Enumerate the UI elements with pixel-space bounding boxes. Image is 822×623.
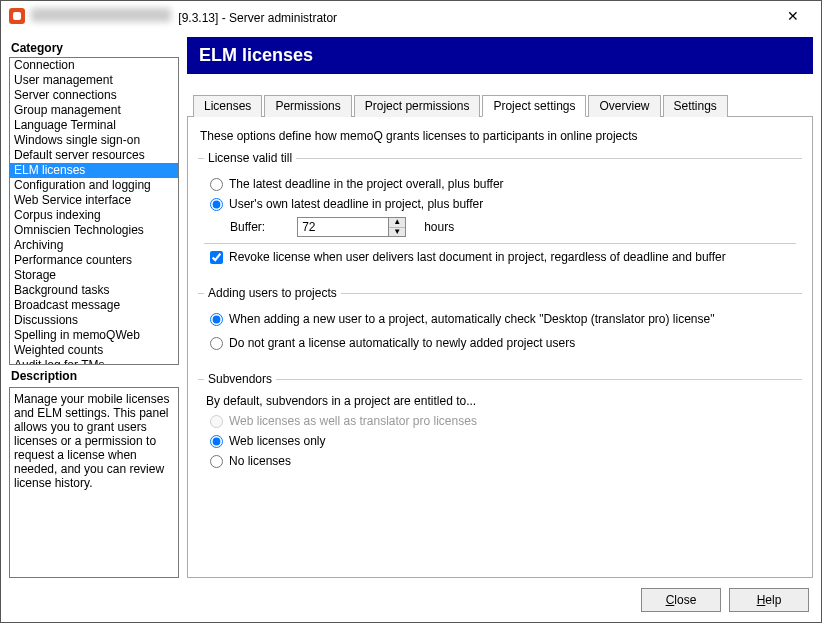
intro-text: These options define how memoQ grants li… — [200, 129, 800, 143]
category-item[interactable]: Web Service interface — [10, 193, 178, 208]
group-subvendors: Subvendors By default, subvendors in a p… — [198, 372, 802, 482]
group-legend: Adding users to projects — [204, 286, 341, 300]
radio-no-auto-license[interactable] — [210, 337, 223, 350]
category-item[interactable]: Group management — [10, 103, 178, 118]
group-legend: Subvendors — [204, 372, 276, 386]
category-item[interactable]: Background tasks — [10, 283, 178, 298]
category-item[interactable]: Broadcast message — [10, 298, 178, 313]
radio-deadline-user[interactable] — [210, 198, 223, 211]
group-legend: License valid till — [204, 151, 296, 165]
category-item[interactable]: ELM licenses — [10, 163, 178, 178]
buffer-unit: hours — [424, 220, 454, 234]
radio-sub-web-and-pro — [210, 415, 223, 428]
spinner-buttons[interactable]: ▲▼ — [388, 218, 405, 236]
radio-auto-check-license[interactable] — [210, 313, 223, 326]
category-item[interactable]: Server connections — [10, 88, 178, 103]
category-heading: Category — [9, 37, 179, 57]
category-item[interactable]: Audit log for TMs — [10, 358, 178, 365]
window-suffix: - Server administrator — [222, 11, 337, 25]
close-button[interactable]: Close — [641, 588, 721, 612]
category-item[interactable]: Windows single sign-on — [10, 133, 178, 148]
category-item[interactable]: Spelling in memoQWeb — [10, 328, 178, 343]
category-item[interactable]: Archiving — [10, 238, 178, 253]
window-version: [9.3.13] — [178, 11, 218, 25]
window-title: [9.3.13] - Server administrator — [31, 8, 773, 25]
dialog-footer: Close Help — [1, 578, 821, 622]
radio-sub-none-label: No licenses — [229, 454, 291, 468]
buffer-input[interactable] — [298, 218, 388, 236]
spinner-down-icon[interactable]: ▼ — [389, 228, 405, 237]
tab[interactable]: Permissions — [264, 95, 351, 117]
server-admin-window: [9.3.13] - Server administrator ✕ Catego… — [0, 0, 822, 623]
category-item[interactable]: Discussions — [10, 313, 178, 328]
category-item[interactable]: Storage — [10, 268, 178, 283]
redacted-hostname — [31, 8, 171, 22]
checkbox-revoke-on-deliver[interactable] — [210, 251, 223, 264]
subvendors-intro: By default, subvendors in a project are … — [206, 394, 796, 408]
close-icon[interactable]: ✕ — [773, 8, 813, 24]
buffer-spinner[interactable]: ▲▼ — [297, 217, 406, 237]
category-item[interactable]: Omniscien Technologies — [10, 223, 178, 238]
category-item[interactable]: Performance counters — [10, 253, 178, 268]
category-item[interactable]: Connection — [10, 58, 178, 73]
tab[interactable]: Project settings — [482, 95, 586, 117]
app-icon — [9, 8, 25, 24]
category-item[interactable]: Language Terminal — [10, 118, 178, 133]
tabstrip: LicensesPermissionsProject permissionsPr… — [187, 94, 813, 117]
tab-panel-project-settings: These options define how memoQ grants li… — [187, 117, 813, 578]
radio-sub-web-only-label: Web licenses only — [229, 434, 326, 448]
help-button[interactable]: Help — [729, 588, 809, 612]
category-item[interactable]: Default server resources — [10, 148, 178, 163]
radio-deadline-user-label: User's own latest deadline in project, p… — [229, 197, 483, 211]
category-item[interactable]: Configuration and logging — [10, 178, 178, 193]
category-item[interactable]: Weighted counts — [10, 343, 178, 358]
page-title: ELM licenses — [187, 37, 813, 74]
description-text: Manage your mobile licenses and ELM sett… — [9, 387, 179, 578]
tab[interactable]: Licenses — [193, 95, 262, 117]
category-list[interactable]: ConnectionUser managementServer connecti… — [9, 57, 179, 365]
titlebar: [9.3.13] - Server administrator ✕ — [1, 1, 821, 31]
description-heading: Description — [9, 365, 179, 385]
radio-deadline-overall[interactable] — [210, 178, 223, 191]
category-item[interactable]: Corpus indexing — [10, 208, 178, 223]
radio-sub-none[interactable] — [210, 455, 223, 468]
radio-sub-web-and-pro-label: Web licenses as well as translator pro l… — [229, 414, 477, 428]
radio-no-auto-license-label: Do not grant a license automatically to … — [229, 336, 575, 350]
buffer-label: Buffer: — [230, 220, 265, 234]
radio-deadline-overall-label: The latest deadline in the project overa… — [229, 177, 504, 191]
group-license-valid-till: License valid till The latest deadline i… — [198, 151, 802, 278]
tab[interactable]: Project permissions — [354, 95, 481, 117]
tab[interactable]: Settings — [663, 95, 728, 117]
group-adding-users: Adding users to projects When adding a n… — [198, 286, 802, 364]
tab[interactable]: Overview — [588, 95, 660, 117]
radio-auto-check-license-label: When adding a new user to a project, aut… — [229, 312, 714, 326]
radio-sub-web-only[interactable] — [210, 435, 223, 448]
category-item[interactable]: User management — [10, 73, 178, 88]
checkbox-revoke-on-deliver-label: Revoke license when user delivers last d… — [229, 250, 726, 264]
